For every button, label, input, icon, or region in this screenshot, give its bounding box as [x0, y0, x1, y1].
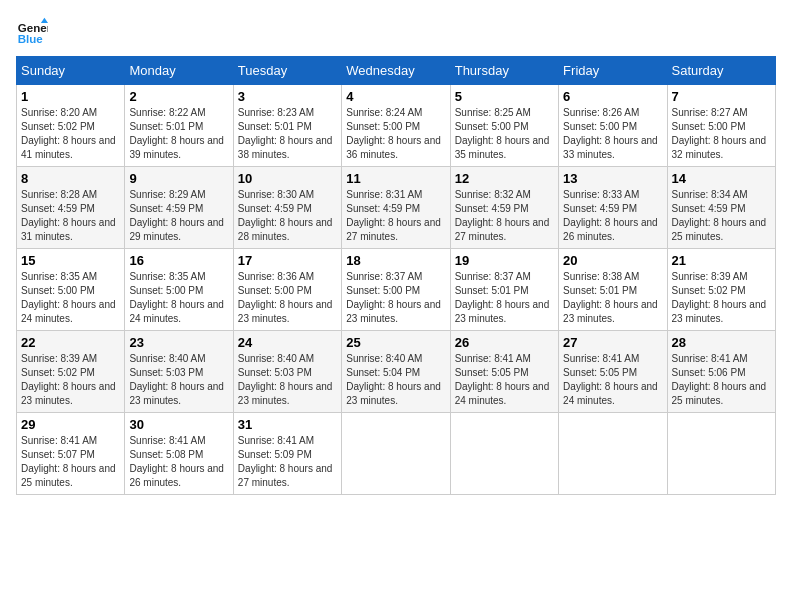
- day-info: Sunrise: 8:30 AMSunset: 4:59 PMDaylight:…: [238, 188, 337, 244]
- day-info: Sunrise: 8:40 AMSunset: 5:03 PMDaylight:…: [129, 352, 228, 408]
- calendar-cell: 23Sunrise: 8:40 AMSunset: 5:03 PMDayligh…: [125, 331, 233, 413]
- day-number: 2: [129, 89, 228, 104]
- day-header-sunday: Sunday: [17, 57, 125, 85]
- calendar-week-5: 29Sunrise: 8:41 AMSunset: 5:07 PMDayligh…: [17, 413, 776, 495]
- day-info: Sunrise: 8:41 AMSunset: 5:06 PMDaylight:…: [672, 352, 771, 408]
- day-info: Sunrise: 8:33 AMSunset: 4:59 PMDaylight:…: [563, 188, 662, 244]
- calendar-cell: [342, 413, 450, 495]
- day-info: Sunrise: 8:36 AMSunset: 5:00 PMDaylight:…: [238, 270, 337, 326]
- day-number: 26: [455, 335, 554, 350]
- day-info: Sunrise: 8:32 AMSunset: 4:59 PMDaylight:…: [455, 188, 554, 244]
- day-header-saturday: Saturday: [667, 57, 775, 85]
- calendar-cell: 24Sunrise: 8:40 AMSunset: 5:03 PMDayligh…: [233, 331, 341, 413]
- day-info: Sunrise: 8:40 AMSunset: 5:03 PMDaylight:…: [238, 352, 337, 408]
- day-info: Sunrise: 8:37 AMSunset: 5:01 PMDaylight:…: [455, 270, 554, 326]
- day-info: Sunrise: 8:38 AMSunset: 5:01 PMDaylight:…: [563, 270, 662, 326]
- day-number: 28: [672, 335, 771, 350]
- day-header-wednesday: Wednesday: [342, 57, 450, 85]
- calendar-cell: 12Sunrise: 8:32 AMSunset: 4:59 PMDayligh…: [450, 167, 558, 249]
- day-number: 30: [129, 417, 228, 432]
- day-number: 31: [238, 417, 337, 432]
- calendar-cell: 10Sunrise: 8:30 AMSunset: 4:59 PMDayligh…: [233, 167, 341, 249]
- day-number: 8: [21, 171, 120, 186]
- day-number: 19: [455, 253, 554, 268]
- day-number: 4: [346, 89, 445, 104]
- day-header-friday: Friday: [559, 57, 667, 85]
- logo-icon: General Blue: [16, 16, 48, 48]
- calendar-cell: [450, 413, 558, 495]
- calendar-cell: 20Sunrise: 8:38 AMSunset: 5:01 PMDayligh…: [559, 249, 667, 331]
- calendar-cell: 7Sunrise: 8:27 AMSunset: 5:00 PMDaylight…: [667, 85, 775, 167]
- day-info: Sunrise: 8:31 AMSunset: 4:59 PMDaylight:…: [346, 188, 445, 244]
- day-info: Sunrise: 8:41 AMSunset: 5:05 PMDaylight:…: [563, 352, 662, 408]
- calendar-week-1: 1Sunrise: 8:20 AMSunset: 5:02 PMDaylight…: [17, 85, 776, 167]
- calendar-cell: 8Sunrise: 8:28 AMSunset: 4:59 PMDaylight…: [17, 167, 125, 249]
- day-info: Sunrise: 8:24 AMSunset: 5:00 PMDaylight:…: [346, 106, 445, 162]
- calendar-week-3: 15Sunrise: 8:35 AMSunset: 5:00 PMDayligh…: [17, 249, 776, 331]
- day-info: Sunrise: 8:41 AMSunset: 5:08 PMDaylight:…: [129, 434, 228, 490]
- svg-marker-2: [41, 18, 48, 23]
- day-number: 5: [455, 89, 554, 104]
- day-info: Sunrise: 8:39 AMSunset: 5:02 PMDaylight:…: [672, 270, 771, 326]
- calendar-cell: 26Sunrise: 8:41 AMSunset: 5:05 PMDayligh…: [450, 331, 558, 413]
- day-header-tuesday: Tuesday: [233, 57, 341, 85]
- day-info: Sunrise: 8:37 AMSunset: 5:00 PMDaylight:…: [346, 270, 445, 326]
- logo: General Blue: [16, 16, 52, 48]
- calendar-cell: 27Sunrise: 8:41 AMSunset: 5:05 PMDayligh…: [559, 331, 667, 413]
- day-info: Sunrise: 8:35 AMSunset: 5:00 PMDaylight:…: [21, 270, 120, 326]
- calendar-cell: 1Sunrise: 8:20 AMSunset: 5:02 PMDaylight…: [17, 85, 125, 167]
- calendar-cell: 5Sunrise: 8:25 AMSunset: 5:00 PMDaylight…: [450, 85, 558, 167]
- day-info: Sunrise: 8:23 AMSunset: 5:01 PMDaylight:…: [238, 106, 337, 162]
- calendar-cell: 4Sunrise: 8:24 AMSunset: 5:00 PMDaylight…: [342, 85, 450, 167]
- calendar-cell: 25Sunrise: 8:40 AMSunset: 5:04 PMDayligh…: [342, 331, 450, 413]
- calendar-cell: 3Sunrise: 8:23 AMSunset: 5:01 PMDaylight…: [233, 85, 341, 167]
- calendar-cell: 29Sunrise: 8:41 AMSunset: 5:07 PMDayligh…: [17, 413, 125, 495]
- day-number: 21: [672, 253, 771, 268]
- day-number: 23: [129, 335, 228, 350]
- calendar-cell: [559, 413, 667, 495]
- day-info: Sunrise: 8:27 AMSunset: 5:00 PMDaylight:…: [672, 106, 771, 162]
- day-number: 24: [238, 335, 337, 350]
- day-info: Sunrise: 8:35 AMSunset: 5:00 PMDaylight:…: [129, 270, 228, 326]
- calendar-table: SundayMondayTuesdayWednesdayThursdayFrid…: [16, 56, 776, 495]
- page-header: General Blue: [16, 16, 776, 48]
- svg-text:Blue: Blue: [18, 33, 44, 45]
- day-number: 1: [21, 89, 120, 104]
- calendar-cell: 2Sunrise: 8:22 AMSunset: 5:01 PMDaylight…: [125, 85, 233, 167]
- day-info: Sunrise: 8:28 AMSunset: 4:59 PMDaylight:…: [21, 188, 120, 244]
- day-number: 14: [672, 171, 771, 186]
- day-info: Sunrise: 8:40 AMSunset: 5:04 PMDaylight:…: [346, 352, 445, 408]
- calendar-cell: 18Sunrise: 8:37 AMSunset: 5:00 PMDayligh…: [342, 249, 450, 331]
- day-info: Sunrise: 8:22 AMSunset: 5:01 PMDaylight:…: [129, 106, 228, 162]
- day-info: Sunrise: 8:25 AMSunset: 5:00 PMDaylight:…: [455, 106, 554, 162]
- day-number: 6: [563, 89, 662, 104]
- day-number: 20: [563, 253, 662, 268]
- calendar-cell: 21Sunrise: 8:39 AMSunset: 5:02 PMDayligh…: [667, 249, 775, 331]
- day-info: Sunrise: 8:29 AMSunset: 4:59 PMDaylight:…: [129, 188, 228, 244]
- day-number: 13: [563, 171, 662, 186]
- day-number: 3: [238, 89, 337, 104]
- day-header-thursday: Thursday: [450, 57, 558, 85]
- calendar-cell: 15Sunrise: 8:35 AMSunset: 5:00 PMDayligh…: [17, 249, 125, 331]
- day-number: 16: [129, 253, 228, 268]
- day-number: 7: [672, 89, 771, 104]
- calendar-cell: 16Sunrise: 8:35 AMSunset: 5:00 PMDayligh…: [125, 249, 233, 331]
- day-number: 10: [238, 171, 337, 186]
- day-number: 11: [346, 171, 445, 186]
- day-header-monday: Monday: [125, 57, 233, 85]
- day-number: 18: [346, 253, 445, 268]
- day-number: 27: [563, 335, 662, 350]
- day-info: Sunrise: 8:41 AMSunset: 5:07 PMDaylight:…: [21, 434, 120, 490]
- day-info: Sunrise: 8:41 AMSunset: 5:09 PMDaylight:…: [238, 434, 337, 490]
- calendar-cell: [667, 413, 775, 495]
- calendar-cell: 17Sunrise: 8:36 AMSunset: 5:00 PMDayligh…: [233, 249, 341, 331]
- calendar-cell: 28Sunrise: 8:41 AMSunset: 5:06 PMDayligh…: [667, 331, 775, 413]
- day-number: 22: [21, 335, 120, 350]
- day-number: 12: [455, 171, 554, 186]
- day-number: 29: [21, 417, 120, 432]
- day-number: 15: [21, 253, 120, 268]
- day-info: Sunrise: 8:20 AMSunset: 5:02 PMDaylight:…: [21, 106, 120, 162]
- calendar-header-row: SundayMondayTuesdayWednesdayThursdayFrid…: [17, 57, 776, 85]
- calendar-cell: 19Sunrise: 8:37 AMSunset: 5:01 PMDayligh…: [450, 249, 558, 331]
- day-info: Sunrise: 8:41 AMSunset: 5:05 PMDaylight:…: [455, 352, 554, 408]
